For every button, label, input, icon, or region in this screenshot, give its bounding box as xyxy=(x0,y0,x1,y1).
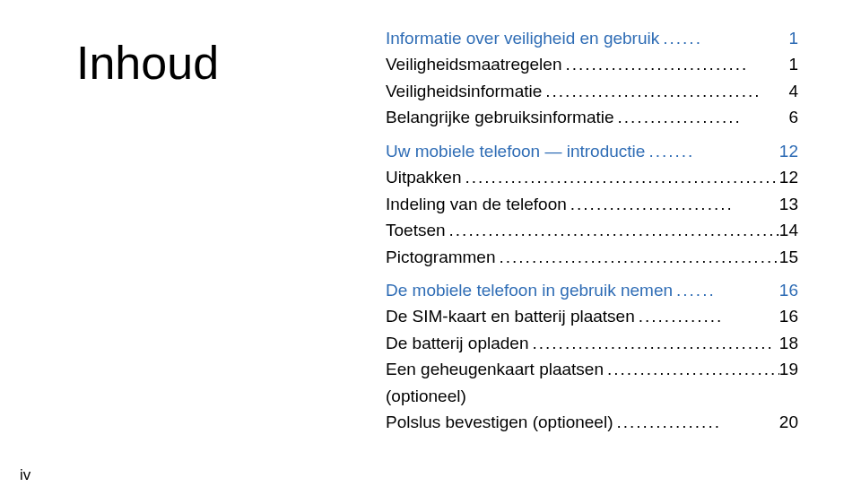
toc-leader: ............. xyxy=(635,303,779,329)
toc-label: Belangrijke gebruiksinformatie xyxy=(386,104,614,130)
toc-page: 16 xyxy=(779,277,798,303)
toc-leader: ................... xyxy=(614,104,789,130)
toc-leader: ........................................… xyxy=(604,356,779,382)
toc-leader: ........................................… xyxy=(496,244,779,270)
page-container: Inhoud Informatie over veiligheid en geb… xyxy=(0,0,861,504)
toc-page: 20 xyxy=(779,409,798,435)
toc-label: Een geheugenkaart plaatsen(optioneel) xyxy=(386,356,604,409)
toc-leader: ........................................… xyxy=(462,164,779,190)
toc-label: Toetsen xyxy=(386,217,446,243)
toc-page: 16 xyxy=(779,303,798,329)
toc-page: 14 xyxy=(779,217,798,243)
toc-item: Toetsen ................................… xyxy=(386,217,798,243)
toc-label: Veiligheidsmaatregelen xyxy=(386,51,561,77)
toc-section: De mobiele telefoon in gebruik nemen ...… xyxy=(386,277,798,303)
toc-page: 12 xyxy=(779,138,798,164)
toc-section: Informatie over veiligheid en gebruik ..… xyxy=(386,25,798,51)
toc-leader: ..................................... xyxy=(529,330,779,356)
toc-section: Uw mobiele telefoon — introductie ......… xyxy=(386,138,798,164)
toc-page: 19 xyxy=(779,356,798,382)
page-number: iv xyxy=(20,466,30,484)
toc-page: 18 xyxy=(779,330,798,356)
toc-label: Pictogrammen xyxy=(386,244,496,270)
toc-label: De SIM-kaart en batterij plaatsen xyxy=(386,303,635,329)
toc-leader: ....... xyxy=(645,138,778,164)
toc-label: Uitpakken xyxy=(386,164,462,190)
toc-leader: ............................ xyxy=(561,51,788,77)
toc-leader: ......................... xyxy=(567,191,779,217)
toc-item: Pictogrammen ...........................… xyxy=(386,244,798,270)
toc-item: De batterij opladen ....................… xyxy=(386,330,798,356)
toc-label: De batterij opladen xyxy=(386,330,529,356)
toc-leader: ........................................… xyxy=(446,217,779,243)
toc-item: Veiligheidsmaatregelen .................… xyxy=(386,51,798,77)
toc-item: Een geheugenkaart plaatsen(optioneel) ..… xyxy=(386,356,798,409)
toc-page: 4 xyxy=(788,78,798,104)
toc-item: Veiligheidsinformatie ..................… xyxy=(386,78,798,104)
toc-page: 1 xyxy=(788,25,798,51)
toc-label: Uw mobiele telefoon — introductie xyxy=(386,138,645,164)
page-title: Inhoud xyxy=(76,36,219,90)
toc-label: Polslus bevestigen (optioneel) xyxy=(386,409,613,435)
toc-page: 1 xyxy=(788,51,798,77)
toc-label: Informatie over veiligheid en gebruik xyxy=(386,25,659,51)
toc-label: De mobiele telefoon in gebruik nemen xyxy=(386,277,673,303)
toc-item: Uitpakken ..............................… xyxy=(386,164,798,190)
table-of-contents: Informatie over veiligheid en gebruik ..… xyxy=(386,25,798,436)
toc-item: Polslus bevestigen (optioneel) .........… xyxy=(386,409,798,435)
toc-page: 13 xyxy=(779,191,798,217)
toc-item: Indeling van de telefoon ...............… xyxy=(386,191,798,217)
toc-page: 15 xyxy=(779,244,798,270)
toc-page: 12 xyxy=(779,164,798,190)
toc-label: Indeling van de telefoon xyxy=(386,191,567,217)
toc-leader: ................ xyxy=(613,409,779,435)
toc-item: De SIM-kaart en batterij plaatsen ......… xyxy=(386,303,798,329)
toc-leader: ...... xyxy=(659,25,788,51)
toc-leader: ...... xyxy=(673,277,779,303)
toc-label: Veiligheidsinformatie xyxy=(386,78,542,104)
toc-item: Belangrijke gebruiksinformatie .........… xyxy=(386,104,798,130)
toc-leader: ................................. xyxy=(542,78,788,104)
toc-page: 6 xyxy=(788,104,798,130)
